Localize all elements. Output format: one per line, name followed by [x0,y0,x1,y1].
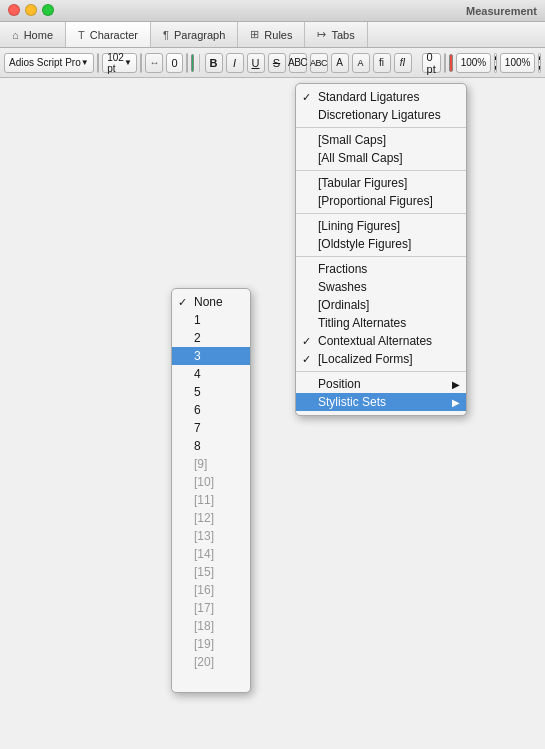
color-swatch-1[interactable] [191,54,194,72]
percent2-stepper-up[interactable]: ▲ [539,54,540,64]
submenu-item-16[interactable]: [16] [172,581,250,599]
strikethrough-button[interactable]: S [268,53,286,73]
color-swatch-2[interactable] [449,54,452,72]
separator-tabfig [296,213,466,214]
submenu-item-2[interactable]: 2 [172,329,250,347]
menu-item-lining-figures[interactable]: [Lining Figures] [296,217,466,235]
font-size-select[interactable]: 102 pt ▼ [102,53,137,73]
close-button[interactable] [8,4,20,16]
menu-item-all-small-caps[interactable]: [All Small Caps] [296,149,466,167]
percent1-stepper[interactable]: ▲ ▼ [494,53,497,73]
menu-item-titling-alternates[interactable]: Titling Alternates [296,314,466,332]
separator-alternates [296,371,466,372]
menu-item-oldstyle-figures[interactable]: [Oldstyle Figures] [296,235,466,253]
percent-field-2[interactable]: 100% [500,53,536,73]
tab-home-label: Home [24,29,53,41]
character-icon: T [78,29,85,41]
font-name-select[interactable]: Adios Script Pro ▼ [4,53,94,73]
home-icon: ⌂ [12,29,19,41]
submenu-item-11[interactable]: [11] [172,491,250,509]
underline-button[interactable]: U [247,53,265,73]
stepper-down[interactable]: ▼ [98,63,99,72]
stepper-up[interactable]: ▲ [98,54,99,64]
percent1-stepper-up[interactable]: ▲ [495,54,496,64]
submenu-item-none[interactable]: None [172,293,250,311]
submenu-item-6[interactable]: 6 [172,401,250,419]
submenu-item-12[interactable]: [12] [172,509,250,527]
menu-item-discretionary-ligatures[interactable]: Discretionary Ligatures [296,106,466,124]
superior-button[interactable]: A [331,53,349,73]
menu-item-position[interactable]: Position [296,375,466,393]
percent2-stepper-down[interactable]: ▼ [539,63,540,72]
bold-button[interactable]: B [205,53,223,73]
dropdown-menu: Standard Ligatures Discretionary Ligatur… [295,83,467,416]
denominator-button[interactable]: fI [394,53,412,73]
submenu-item-13[interactable]: [13] [172,527,250,545]
tracking-stepper-down[interactable]: ▼ [187,63,188,72]
submenu-item-4[interactable]: 4 [172,365,250,383]
menu-item-contextual-alternates[interactable]: Contextual Alternates [296,332,466,350]
numerator-button[interactable]: fi [373,53,391,73]
leading-stepper-down[interactable]: ▼ [445,63,446,72]
tracking-stepper[interactable]: ▲ ▼ [186,53,189,73]
tracking-stepper-up[interactable]: ▲ [187,54,188,64]
tab-tabs[interactable]: ↦ Tabs [305,22,367,47]
submenu-item-17[interactable]: [17] [172,599,250,617]
inferior-button[interactable]: A [352,53,370,73]
tab-paragraph-label: Paragraph [174,29,225,41]
submenu-item-20[interactable]: [20] [172,653,250,671]
tab-tabs-label: Tabs [331,29,354,41]
allcaps-button[interactable]: ABC [289,53,307,73]
percent2-stepper[interactable]: ▲ ▼ [538,53,541,73]
submenu-item-14[interactable]: [14] [172,545,250,563]
minimize-button[interactable] [25,4,37,16]
menu-item-small-caps[interactable]: [Small Caps] [296,131,466,149]
paragraph-icon: ¶ [163,29,169,41]
leading-stepper-up[interactable]: ▲ [445,54,446,64]
menu-item-proportional-figures[interactable]: [Proportional Figures] [296,192,466,210]
submenu-item-5[interactable]: 5 [172,383,250,401]
submenu-item-8[interactable]: 8 [172,437,250,455]
kern-button[interactable]: ↔ [145,53,163,73]
menu-item-standard-ligatures[interactable]: Standard Ligatures [296,88,466,106]
submenu-item-15[interactable]: [15] [172,563,250,581]
leading-stepper[interactable]: ▲ ▼ [444,53,447,73]
maximize-button[interactable] [42,4,54,16]
submenu-item-9[interactable]: [9] [172,455,250,473]
menu-item-tabular-figures[interactable]: [Tabular Figures] [296,174,466,192]
smallcaps-button[interactable]: ABC [310,53,328,73]
font-size-stepper[interactable]: ▲ ▼ [140,53,143,73]
menu-item-stylistic-sets[interactable]: Stylistic Sets [296,393,466,411]
percent-field-1[interactable]: 100% [456,53,492,73]
size-stepper-down[interactable]: ▼ [141,63,142,72]
menu-item-localized-forms[interactable]: [Localized Forms] [296,350,466,368]
submenu-item-18[interactable]: [18] [172,617,250,635]
menu-item-swashes[interactable]: Swashes [296,278,466,296]
window-title: Measurement [466,5,537,17]
separator-figures [296,256,466,257]
submenu-item-19[interactable]: [19] [172,635,250,653]
menu-item-ordinals[interactable]: [Ordinals] [296,296,466,314]
tabs-icon: ↦ [317,28,326,41]
tab-home[interactable]: ⌂ Home [0,22,66,47]
submenu-item-7[interactable]: 7 [172,419,250,437]
submenu-item-21[interactable] [172,671,250,688]
size-stepper-up[interactable]: ▲ [141,54,142,64]
percent1-stepper-down[interactable]: ▼ [495,63,496,72]
italic-button[interactable]: I [226,53,244,73]
tab-character[interactable]: T Character [66,22,151,47]
tab-rules[interactable]: ⊞ Rules [238,22,305,47]
leading-field[interactable]: 0 pt [422,53,441,73]
submenu-item-10[interactable]: [10] [172,473,250,491]
font-name-stepper[interactable]: ▲ ▼ [97,53,100,73]
title-bar: Measurement [0,0,545,22]
stylistic-sets-submenu: None 1 2 3 4 5 6 7 8 [9] [10] [171,288,251,693]
submenu-item-3[interactable]: 3 [172,347,250,365]
tracking-field[interactable]: 0 [166,53,182,73]
separator-caps [296,170,466,171]
tab-paragraph[interactable]: ¶ Paragraph [151,22,238,47]
submenu-item-1[interactable]: 1 [172,311,250,329]
separator-lig [296,127,466,128]
font-select-arrow: ▼ [81,58,89,67]
menu-item-fractions[interactable]: Fractions [296,260,466,278]
